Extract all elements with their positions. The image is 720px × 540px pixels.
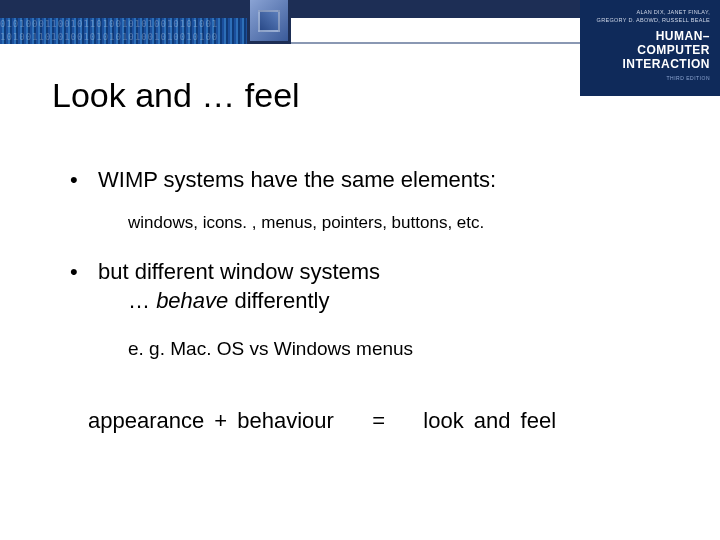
slide-title: Look and … feel bbox=[52, 76, 300, 115]
equation-equals: = bbox=[372, 408, 385, 433]
book-edition: THIRD EDITION bbox=[590, 75, 710, 81]
bullet-2-suffix: differently bbox=[228, 288, 329, 313]
book-title-line2: INTERACTION bbox=[590, 57, 710, 71]
bullet-2-emph: behave bbox=[156, 288, 228, 313]
book-authors-line1: ALAN DIX, JANET FINLAY, bbox=[590, 8, 710, 16]
bullet-1-text: WIMP systems have the same elements: bbox=[98, 167, 496, 192]
header-band: 0101000110010110100101010010101001101001… bbox=[0, 0, 720, 44]
header-logo bbox=[247, 0, 291, 44]
book-authors: ALAN DIX, JANET FINLAY, GREGORY D. ABOWD… bbox=[590, 8, 710, 25]
bullet-2: but different window systems … behave di… bbox=[70, 257, 680, 316]
header-binary-strip: 0101000110010110100101010010101001101001… bbox=[0, 18, 250, 44]
logo-icon bbox=[258, 10, 280, 32]
book-title: HUMAN–COMPUTER INTERACTION bbox=[590, 29, 710, 71]
book-authors-line2: GREGORY D. ABOWD, RUSSELL BEALE bbox=[590, 16, 710, 24]
slide-body: WIMP systems have the same elements: win… bbox=[70, 165, 680, 434]
header-spacer bbox=[291, 18, 580, 44]
equation-right: look and feel bbox=[423, 408, 556, 433]
bullet-2-prefix: … bbox=[128, 288, 156, 313]
book-title-line1: HUMAN–COMPUTER bbox=[590, 29, 710, 57]
bullet-1: WIMP systems have the same elements: bbox=[70, 165, 680, 195]
bullet-2-line1: but different window systems bbox=[98, 259, 380, 284]
bullet-1-subtext: windows, icons. , menus, pointers, butto… bbox=[128, 213, 680, 233]
bullet-list-2: but different window systems … behave di… bbox=[70, 257, 680, 316]
slide: 0101000110010110100101010010101001101001… bbox=[0, 0, 720, 540]
bullet-2-line2: … behave differently bbox=[128, 286, 680, 316]
bullet-list: WIMP systems have the same elements: bbox=[70, 165, 680, 195]
example-line: e. g. Mac. OS vs Windows menus bbox=[128, 338, 680, 360]
equation-line: appearance + behaviour = look and feel bbox=[88, 408, 680, 434]
equation-left: appearance + behaviour bbox=[88, 408, 334, 433]
book-cover: ALAN DIX, JANET FINLAY, GREGORY D. ABOWD… bbox=[580, 0, 720, 96]
